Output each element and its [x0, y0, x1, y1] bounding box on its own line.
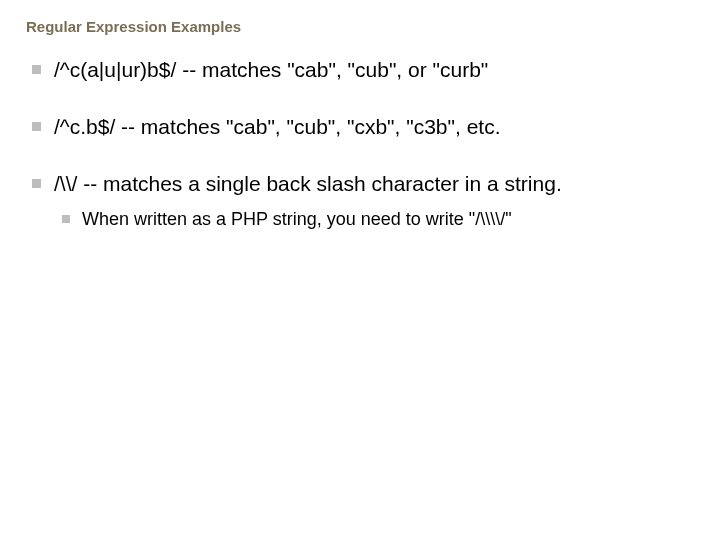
list-item: /\\/ -- matches a single back slash char…	[32, 171, 696, 231]
bullet-text: /^c.b$/ -- matches "cab", "cub", "cxb", …	[54, 115, 501, 138]
bullet-list: /^c(a|u|ur)b$/ -- matches "cab", "cub", …	[32, 57, 696, 231]
bullet-text: When written as a PHP string, you need t…	[82, 209, 512, 229]
list-item: /^c(a|u|ur)b$/ -- matches "cab", "cub", …	[32, 57, 696, 84]
slide: Regular Expression Examples /^c(a|u|ur)b…	[0, 0, 720, 540]
list-item: /^c.b$/ -- matches "cab", "cub", "cxb", …	[32, 114, 696, 141]
list-item: When written as a PHP string, you need t…	[62, 208, 696, 231]
sub-list: When written as a PHP string, you need t…	[62, 208, 696, 231]
bullet-text: /^c(a|u|ur)b$/ -- matches "cab", "cub", …	[54, 58, 488, 81]
slide-title: Regular Expression Examples	[26, 18, 696, 35]
bullet-text: /\\/ -- matches a single back slash char…	[54, 172, 562, 195]
